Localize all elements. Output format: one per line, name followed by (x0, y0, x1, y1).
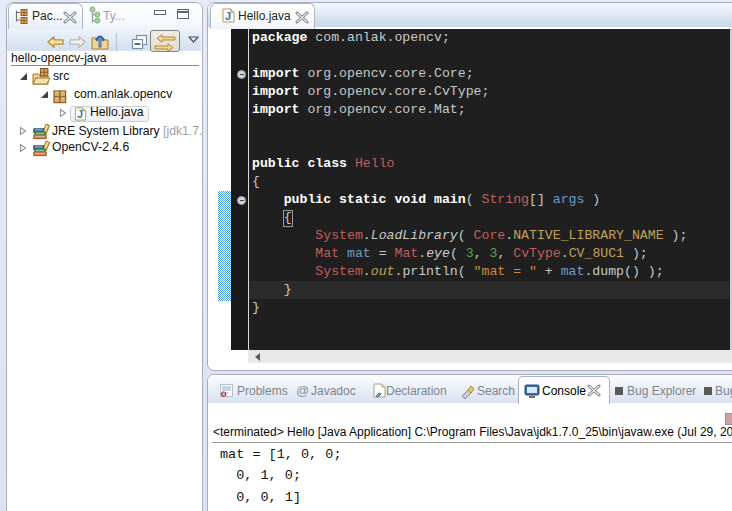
svg-text:J: J (77, 109, 83, 120)
svg-text:J: J (225, 10, 231, 22)
